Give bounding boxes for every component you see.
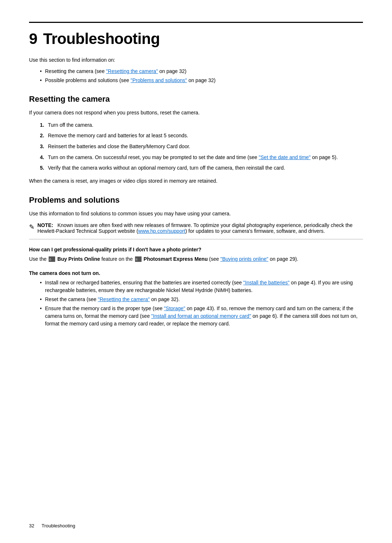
footer: 32 Troubleshooting: [29, 523, 363, 528]
intro-bullet-1: Resetting the camera (see "Resetting the…: [40, 68, 363, 75]
chapter-number: 9: [29, 30, 37, 47]
page-container: 9Troubleshooting Use this section to fin…: [0, 0, 392, 364]
note-box: ✎ NOTE: Known issues are often fixed wit…: [29, 222, 363, 239]
resetting-camera-link-2[interactable]: "Resetting the camera": [98, 296, 150, 302]
reset-step-4: 4. Turn on the camera. On successful res…: [40, 154, 363, 162]
problems-intro: Use this information to find solutions t…: [29, 210, 363, 218]
resetting-closing: When the camera is reset, any images or …: [29, 177, 363, 185]
install-format-card-link[interactable]: "Install and format an optional memory c…: [151, 313, 251, 319]
reset-step-3: 3. Reinsert the batteries and close the …: [40, 143, 363, 151]
footer-page-number: 32: [29, 523, 34, 528]
note-label: NOTE:: [37, 222, 53, 228]
camera-no-turn-on-heading: The camera does not turn on.: [29, 270, 363, 276]
problems-solutions-heading: Problems and solutions: [29, 195, 363, 205]
reset-step-1: 1. Turn off the camera.: [40, 121, 363, 129]
resetting-camera-link-1[interactable]: "Resetting the camera": [106, 68, 158, 74]
hp-support-link[interactable]: www.hp.com/support: [138, 228, 185, 234]
buy-prints-icon: ⎙: [49, 256, 55, 262]
buying-prints-link[interactable]: "Buying prints online": [220, 256, 268, 262]
camera-no-turn-on-list: Install new or recharged batteries, ensu…: [40, 279, 363, 328]
intro-text: Use this section to find information on:: [29, 56, 363, 64]
chapter-title: Troubleshooting: [43, 30, 160, 47]
reset-step-5: 5. Verify that the camera works without …: [40, 164, 363, 172]
footer-section-name: Troubleshooting: [41, 523, 75, 528]
storage-link[interactable]: "Storage": [164, 305, 185, 311]
pro-prints-heading: How can I get professional-quality print…: [29, 247, 363, 252]
top-border: [29, 22, 363, 23]
resetting-intro: If your camera does not respond when you…: [29, 109, 363, 117]
pro-prints-body: Use the ⎙ Buy Prints Online feature on t…: [29, 255, 363, 263]
no-turn-on-bullet-2: Reset the camera (see "Resetting the cam…: [40, 296, 363, 303]
chapter-heading: 9Troubleshooting: [29, 30, 363, 48]
note-pen-icon: ✎: [29, 223, 34, 231]
install-batteries-link[interactable]: "Install the batteries": [243, 280, 289, 285]
set-date-time-link[interactable]: "Set the date and time": [259, 154, 311, 160]
intro-bullet-2: Possible problems and solutions (see "Pr…: [40, 77, 363, 84]
svg-text:⎘: ⎘: [136, 258, 138, 261]
photosmart-icon: ⎘: [135, 256, 142, 262]
reset-step-2: 2. Remove the memory card and batteries …: [40, 132, 363, 140]
note-text: Known issues are often fixed with new re…: [37, 222, 352, 234]
no-turn-on-bullet-1: Install new or recharged batteries, ensu…: [40, 279, 363, 294]
note-content: NOTE: Known issues are often fixed with …: [37, 222, 363, 234]
buy-prints-label: Buy Prints Online: [57, 256, 100, 262]
intro-bullet-list: Resetting the camera (see "Resetting the…: [40, 68, 363, 84]
resetting-camera-heading: Resetting the camera: [29, 94, 363, 104]
problems-solutions-link-intro[interactable]: "Problems and solutions": [131, 77, 187, 83]
no-turn-on-bullet-3: Ensure that the memory card is the prope…: [40, 305, 363, 328]
svg-text:⎙: ⎙: [49, 258, 51, 261]
reset-steps-list: 1. Turn off the camera. 2. Remove the me…: [40, 121, 363, 172]
photosmart-menu-label: Photosmart Express Menu: [144, 256, 208, 262]
